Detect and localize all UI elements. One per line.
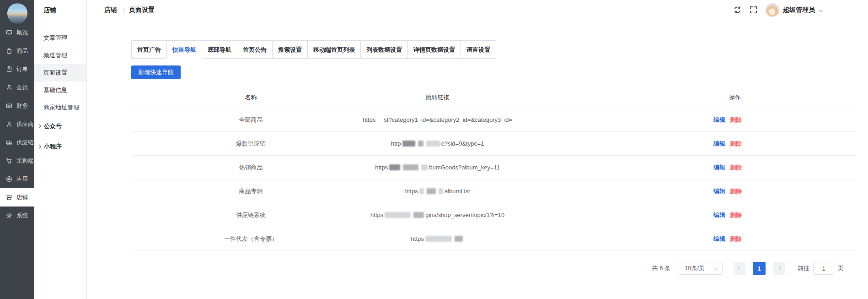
- row-actions: 编辑删除: [504, 235, 856, 243]
- tab-quick-nav[interactable]: 快速导航: [166, 41, 202, 59]
- page-size-select[interactable]: 10条/页: [679, 262, 723, 275]
- workspace-avatar[interactable]: [7, 3, 27, 23]
- row-url: httpsalbumList: [370, 188, 504, 195]
- tab-mobile-home-list[interactable]: 移动端首页列表: [307, 41, 360, 59]
- row-name: 热销商品: [131, 163, 370, 172]
- topbar: 店铺 页面设置 超级管理员: [87, 0, 868, 20]
- sidebar-item-label: 系统: [16, 212, 28, 220]
- table-row: 爆款供应链httpe?sid=9&type=1编辑删除: [131, 131, 856, 155]
- sidebar-item-apps[interactable]: 应用: [0, 170, 34, 188]
- user-menu[interactable]: 超级管理员: [766, 3, 822, 17]
- edit-link[interactable]: 编辑: [713, 235, 725, 243]
- sidebar-item-orders[interactable]: 订单: [0, 60, 34, 78]
- redacted-block: [427, 188, 436, 194]
- row-actions: 编辑删除: [504, 140, 856, 148]
- delete-link[interactable]: 删除: [730, 211, 742, 219]
- column-link: 跳转链接: [370, 93, 504, 102]
- row-name: 商品专辑: [131, 187, 370, 196]
- sidebar-item-members[interactable]: 会员: [0, 78, 34, 97]
- delete-link[interactable]: 删除: [730, 116, 742, 124]
- total-count: 共 6 条: [652, 264, 670, 272]
- submenu-item-article-management[interactable]: 文章管理: [34, 29, 86, 47]
- page-unit-label: 页: [838, 264, 844, 272]
- submenu-item-page-settings[interactable]: 页面设置: [34, 64, 86, 82]
- secondary-sidebar-menu: 文章管理频道管理页面设置基础信息商家地址管理公众号小程序: [34, 20, 86, 157]
- sidebar-item-goods[interactable]: 商品: [0, 42, 34, 60]
- chevron-right-icon: [777, 266, 781, 270]
- url-suffix: st?category1_id=&category2_id=&category3…: [384, 116, 512, 123]
- goto-page-input[interactable]: [813, 262, 834, 275]
- tab-home-ad[interactable]: 首页广告: [132, 41, 166, 59]
- breadcrumb: 店铺 页面设置: [87, 6, 155, 14]
- submenu-item-basic-info[interactable]: 基础信息: [34, 82, 86, 99]
- url-prefix: https: [370, 212, 383, 218]
- tab-list-data[interactable]: 列表数据设置: [360, 41, 407, 59]
- edit-link[interactable]: 编辑: [713, 140, 725, 148]
- row-name: 一件代发（含专票）: [131, 235, 370, 243]
- fullscreen-icon[interactable]: [750, 6, 757, 14]
- row-url: httpsst?category1_id=&category2_id=&cate…: [370, 116, 504, 123]
- sidebar-item-shop[interactable]: 店铺: [0, 188, 34, 207]
- edit-link[interactable]: 编辑: [713, 163, 725, 172]
- page-number-1[interactable]: 1: [753, 262, 766, 275]
- chevron-right-icon: [38, 145, 41, 148]
- breadcrumb-page-settings: 页面设置: [129, 6, 155, 14]
- submenu-item-channel-management[interactable]: 频道管理: [34, 47, 86, 64]
- url-suffix: gins/shop_server/topic/1?i=10: [425, 212, 504, 218]
- table-row: 供应链系统httpsgins/shop_server/topic/1?i=10编…: [131, 203, 856, 227]
- submenu-item-label: 商家地址管理: [43, 103, 79, 112]
- chevron-right-icon: [38, 125, 41, 128]
- breadcrumb-shop[interactable]: 店铺: [104, 6, 117, 14]
- submenu-item-merchant-address[interactable]: 商家地址管理: [34, 99, 86, 116]
- edit-link[interactable]: 编辑: [713, 116, 725, 124]
- row-url: httpsbumGoods?album_key=11: [370, 164, 504, 171]
- sidebar-item-finance[interactable]: 财务: [0, 97, 34, 115]
- tab-home-notice[interactable]: 首页公告: [237, 41, 272, 59]
- submenu-item-label: 公众号: [44, 122, 62, 130]
- row-url: httpe?sid=9&type=1: [370, 140, 504, 147]
- tab-search-settings[interactable]: 搜索设置: [272, 41, 307, 59]
- tab-detail-data[interactable]: 详情页数据设置: [407, 41, 461, 59]
- refresh-icon[interactable]: [734, 6, 741, 14]
- delete-link[interactable]: 删除: [730, 140, 742, 148]
- sidebar-item-label: 供应链: [16, 139, 34, 147]
- sidebar-item-label: 采购端: [16, 157, 34, 165]
- edit-link[interactable]: 编辑: [713, 211, 725, 219]
- submenu-item-official-account[interactable]: 公众号: [34, 116, 86, 136]
- breadcrumb-separator-icon: [121, 8, 125, 11]
- sidebar-item-label: 财务: [16, 102, 28, 110]
- main-content: 首页广告快速导航底部导航首页公告搜索设置移动端首页列表列表数据设置详情页数据设置…: [87, 20, 868, 299]
- primary-sidebar: 概况商品订单会员财务供应商供应链采购端应用店铺系统: [0, 0, 34, 299]
- person-icon: [6, 84, 12, 91]
- sidebar-item-purchase[interactable]: 采购端: [0, 152, 34, 170]
- page-size-value: 10条/页: [685, 264, 705, 272]
- sidebar-item-label: 概况: [16, 29, 28, 37]
- table-bottom-border: [131, 250, 856, 251]
- row-name: 供应链系统: [131, 211, 370, 219]
- prev-page-button[interactable]: [734, 262, 745, 275]
- redacted-block: [439, 188, 443, 194]
- submenu-item-label: 页面设置: [43, 69, 67, 77]
- edit-link[interactable]: 编辑: [713, 187, 725, 196]
- tab-bottom-nav[interactable]: 底部导航: [202, 41, 237, 59]
- row-url: https: [370, 235, 504, 242]
- sidebar-item-label: 商品: [16, 47, 28, 55]
- sidebar-item-supplier[interactable]: 供应商: [0, 115, 34, 133]
- sidebar-item-supply-chain[interactable]: 供应链: [0, 133, 34, 152]
- submenu-item-mini-program[interactable]: 小程序: [34, 136, 86, 157]
- next-page-button[interactable]: [773, 262, 785, 275]
- settings-tabs: 首页广告快速导航底部导航首页公告搜索设置移动端首页列表列表数据设置详情页数据设置…: [131, 40, 496, 59]
- user-name: 超级管理员: [783, 6, 815, 14]
- row-actions: 编辑删除: [504, 116, 856, 124]
- sidebar-item-overview[interactable]: 概况: [0, 23, 34, 42]
- tab-language[interactable]: 语言设置: [461, 41, 496, 59]
- submenu-item-label: 频道管理: [43, 51, 67, 60]
- banknote-icon: [6, 103, 12, 109]
- sidebar-item-system[interactable]: 系统: [0, 207, 34, 225]
- delete-link[interactable]: 删除: [730, 187, 742, 196]
- delete-link[interactable]: 删除: [730, 163, 742, 172]
- add-quick-nav-button[interactable]: 新增快速导航: [131, 65, 181, 79]
- row-name: 全部商品: [131, 116, 370, 124]
- delete-link[interactable]: 删除: [730, 235, 742, 243]
- submenu-item-label: 文章管理: [43, 34, 67, 42]
